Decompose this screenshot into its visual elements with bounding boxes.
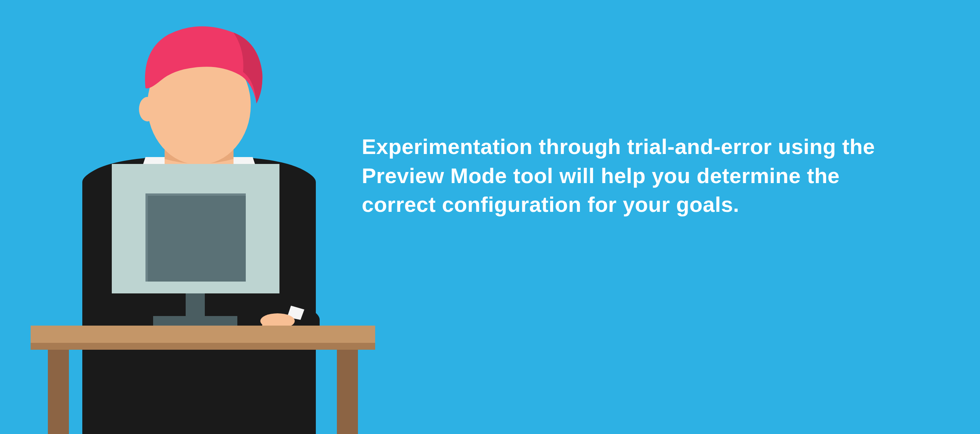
person-at-computer-illustration (31, 23, 375, 434)
svg-rect-11 (145, 193, 246, 282)
svg-rect-13 (145, 193, 148, 282)
svg-rect-6 (48, 350, 69, 434)
svg-point-2 (139, 97, 156, 121)
svg-rect-7 (337, 350, 358, 434)
info-message: Experimentation through trial-and-error … (362, 132, 890, 219)
svg-rect-5 (31, 343, 375, 350)
svg-rect-12 (145, 193, 246, 196)
svg-rect-4 (31, 326, 375, 343)
